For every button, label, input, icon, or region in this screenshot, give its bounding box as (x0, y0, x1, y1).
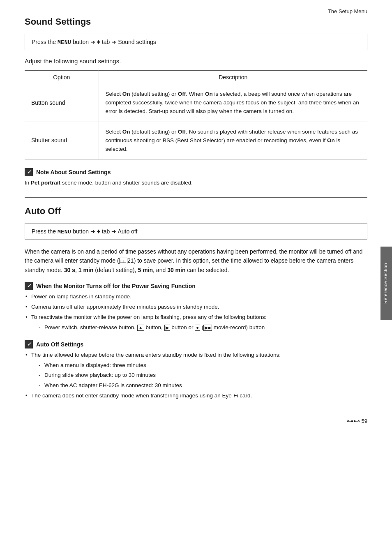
sound-settings-table: Option Description Button sound Select O… (25, 70, 367, 160)
sound-settings-note: ✓ Note About Sound Settings In Pet portr… (25, 168, 367, 187)
list-item: During slide show playback: up to 30 min… (38, 371, 367, 380)
note1-bullet-list: Power-on lamp flashes in standby mode. C… (25, 293, 367, 332)
list-item: When a menu is displayed: three minutes (38, 361, 367, 370)
side-tab: Reference Section (380, 247, 392, 320)
page-number: ⊶⊷ 59 (347, 417, 367, 425)
auto-off-menu-path: Press the MENU button ➜ ♦ tab ➜ Auto off (25, 223, 367, 240)
page-section-label: The Setup Menu (328, 8, 367, 14)
note-title: ✓ Note About Sound Settings (25, 168, 367, 176)
note1-sub-list: Power switch, shutter-release button, ▲ … (38, 323, 367, 332)
section-divider (25, 197, 367, 198)
note2-sub-list: When a menu is displayed: three minutes … (38, 361, 367, 390)
option-shutter-sound: Shutter sound (25, 122, 99, 159)
option-button-sound: Button sound (25, 84, 99, 122)
description-button-sound: Select On (default setting) or Off. When… (99, 84, 367, 122)
list-item: The time allowed to elapse before the ca… (25, 351, 367, 390)
note2-bullet-list: The time allowed to elapse before the ca… (25, 351, 367, 401)
list-item: Power-on lamp flashes in standby mode. (25, 293, 367, 301)
table-row: Button sound Select On (default setting)… (25, 84, 367, 122)
note-icon: ✓ (25, 168, 33, 176)
sound-settings-menu-path: Press the MENU button ➜ ♦ tab ➜ Sound se… (25, 34, 367, 50)
list-item: Power switch, shutter-release button, ▲ … (38, 323, 367, 332)
auto-off-title: Auto Off (25, 206, 367, 217)
note2-icon: ✓ (25, 340, 33, 348)
note1-icon: ✓ (25, 282, 33, 290)
table-row: Shutter sound Select On (default setting… (25, 122, 367, 159)
description-shutter-sound: Select On (default setting) or Off. No s… (99, 122, 367, 159)
auto-off-body-text: When the camera is on and a period of ti… (25, 247, 367, 275)
sound-settings-intro: Adjust the following sound settings. (25, 58, 367, 65)
table-header-option: Option (25, 71, 99, 84)
list-item: When the AC adapter EH-62G is connected:… (38, 381, 367, 390)
note2-title: ✓ Auto Off Settings (25, 340, 367, 348)
note-text: In Pet portrait scene mode, button and s… (25, 179, 367, 187)
sound-settings-title: Sound Settings (25, 16, 367, 27)
list-item: The camera does not enter standby mode w… (25, 392, 367, 400)
auto-off-note2: ✓ Auto Off Settings The time allowed to … (25, 340, 367, 401)
list-item: Camera turns off after approximately thr… (25, 303, 367, 312)
list-item: To reactivate the monitor while the powe… (25, 313, 367, 332)
note1-title: ✓ When the Monitor Turns off for the Pow… (25, 282, 367, 290)
auto-off-note1: ✓ When the Monitor Turns off for the Pow… (25, 282, 367, 332)
table-header-description: Description (99, 71, 367, 84)
